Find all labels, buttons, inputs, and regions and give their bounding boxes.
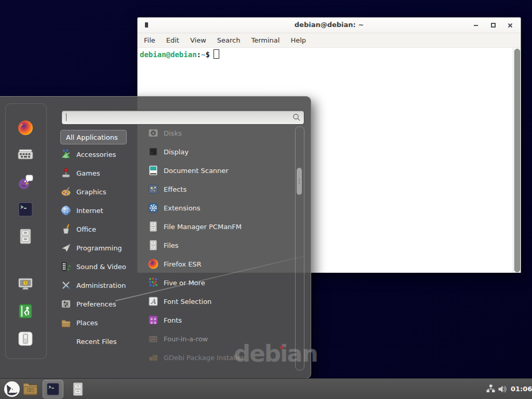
- minimize-button[interactable]: [473, 22, 479, 29]
- prompt-user-host: debian@debian: [140, 50, 197, 59]
- firefox-icon: [148, 258, 159, 270]
- app-gdebi-package-installer[interactable]: GDebi Package Installer: [148, 348, 294, 367]
- menu-search[interactable]: Search: [217, 35, 241, 45]
- close-button[interactable]: [507, 22, 513, 29]
- disks-icon: [148, 127, 159, 139]
- file-cabinet-icon: [148, 240, 159, 251]
- category-games[interactable]: Games: [60, 164, 141, 182]
- category-graphics[interactable]: Graphics: [60, 182, 141, 201]
- terminal-scrollbar[interactable]: [513, 48, 521, 273]
- terminal-menubar: File Edit View Search Terminal Help: [138, 33, 521, 48]
- category-places[interactable]: Places: [60, 313, 141, 332]
- accessories-icon: [60, 149, 72, 160]
- search-caret: [66, 113, 66, 121]
- menu-terminal[interactable]: Terminal: [250, 35, 280, 45]
- menu-button[interactable]: [3, 380, 21, 398]
- volume-icon: [498, 384, 508, 394]
- svg-text:♪: ♪: [67, 264, 71, 272]
- menu-edit[interactable]: Edit: [166, 35, 180, 45]
- folder-icon: [D]: [22, 382, 38, 396]
- effects-icon: [148, 183, 159, 195]
- app-document-scanner[interactable]: Document Scanner: [148, 161, 294, 180]
- category-recent-files[interactable]: Recent Files: [60, 332, 141, 351]
- file-browser-launcher[interactable]: [D]: [22, 382, 38, 396]
- app-font-selection[interactable]: A Font Selection: [148, 292, 294, 311]
- svg-text:A: A: [150, 298, 156, 305]
- menu-help[interactable]: Help: [290, 35, 307, 45]
- sound-video-icon: ♪: [60, 261, 72, 272]
- terminal-titlebar[interactable]: debian@debian: ~: [138, 18, 521, 33]
- desktop: debian@debian: ~ File Edit View Search T…: [0, 0, 532, 399]
- clock[interactable]: 01:06: [511, 385, 532, 393]
- category-office[interactable]: Office: [60, 220, 141, 238]
- gdebi-icon: [148, 352, 159, 363]
- app-five-or-more[interactable]: Five or More: [148, 273, 294, 292]
- places-folder-icon: [60, 317, 72, 328]
- app-file-manager-pcmanfm[interactable]: File Manager PCManFM: [148, 217, 294, 236]
- volume-tray-icon[interactable]: [498, 384, 508, 394]
- document-scanner-icon: [148, 165, 159, 176]
- menu-file[interactable]: File: [143, 35, 156, 45]
- graphics-icon: [60, 186, 72, 197]
- network-tray-icon[interactable]: [486, 384, 495, 393]
- category-internet[interactable]: Internet: [60, 201, 141, 220]
- taskbar: [D] 01:06: [0, 378, 532, 399]
- menu-view[interactable]: View: [190, 35, 207, 45]
- terminal-scrollbar-thumb[interactable]: [514, 49, 520, 272]
- files-launcher[interactable]: [71, 382, 85, 396]
- text-cursor: [214, 49, 219, 59]
- category-sound-video[interactable]: ♪ Sound & Video: [60, 257, 141, 276]
- maximize-button[interactable]: [490, 22, 496, 29]
- svg-text:a a: a a: [151, 321, 156, 325]
- terminal-taskbar-button[interactable]: [43, 380, 63, 398]
- app-extensions[interactable]: Extensions: [148, 198, 294, 217]
- extensions-icon: [148, 202, 159, 214]
- network-icon: [486, 384, 495, 393]
- file-cabinet-icon: [148, 221, 159, 232]
- app-display[interactable]: Display: [148, 142, 294, 161]
- category-preferences[interactable]: Preferences: [60, 295, 141, 313]
- application-menu: debian: [0, 96, 311, 379]
- menu-search-box: [61, 110, 304, 125]
- window-title: debian@debian: ~: [138, 21, 521, 29]
- preferences-icon: [60, 298, 72, 310]
- menu-logo-icon: [3, 380, 21, 398]
- five-or-more-icon: [148, 277, 159, 288]
- shell-prompt: debian@debian:~$: [140, 49, 219, 59]
- menu-scrollbar-thumb[interactable]: [297, 168, 302, 195]
- category-all-applications[interactable]: All Applications: [60, 130, 127, 144]
- internet-globe-icon: [60, 205, 72, 216]
- app-four-in-a-row[interactable]: Four-in-a-row: [148, 329, 294, 348]
- category-administration[interactable]: Administration: [60, 276, 141, 295]
- menu-search-input[interactable]: [66, 112, 291, 123]
- svg-text:[D]: [D]: [26, 388, 34, 393]
- font-selection-icon: A: [148, 296, 159, 307]
- favorites-column: [5, 103, 47, 359]
- category-programming[interactable]: Programming: [60, 238, 141, 257]
- app-fonts[interactable]: a aa a Fonts: [148, 311, 294, 329]
- app-files[interactable]: Files: [148, 236, 294, 255]
- terminal-icon: [46, 382, 60, 396]
- games-icon: [60, 167, 72, 179]
- menu-scrollbar[interactable]: [295, 126, 304, 370]
- four-in-a-row-icon: [148, 333, 159, 344]
- search-icon: [292, 113, 301, 122]
- app-effects[interactable]: Effects: [148, 180, 294, 198]
- file-cabinet-icon: [71, 382, 85, 396]
- fonts-icon: a aa a: [148, 314, 159, 326]
- display-icon: [148, 146, 159, 157]
- programming-icon: [60, 242, 72, 254]
- app-disks[interactable]: Disks: [148, 124, 294, 142]
- office-icon: [60, 223, 72, 235]
- administration-icon: [60, 280, 72, 291]
- app-firefox-esr[interactable]: Firefox ESR: [148, 255, 294, 273]
- category-accessories[interactable]: Accessories: [60, 145, 141, 164]
